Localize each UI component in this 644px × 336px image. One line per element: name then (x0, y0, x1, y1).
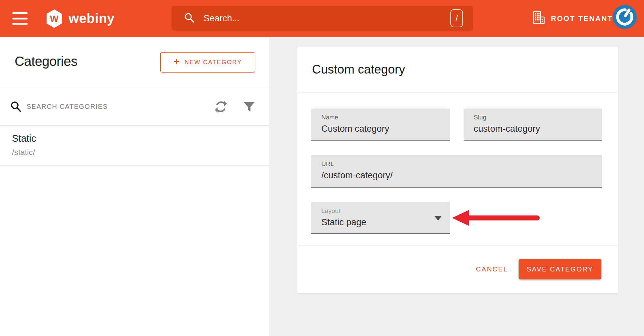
global-search-input[interactable] (204, 13, 450, 24)
new-category-button[interactable]: + NEW CATEGORY (160, 52, 255, 73)
url-label: URL (321, 160, 602, 168)
url-value: /custom-category/ (321, 170, 602, 181)
webiny-wordmark: webiny (69, 11, 115, 26)
user-avatar[interactable] (613, 5, 637, 29)
filter-funnel-icon (243, 100, 255, 114)
red-arrow-annotation (451, 209, 542, 228)
categories-panel: Categories + NEW CATEGORY (0, 37, 269, 336)
name-field[interactable]: Name Custom category (311, 108, 450, 141)
page-title: Categories (15, 54, 77, 69)
form-title: Custom category (312, 63, 405, 77)
form-title-row: Custom category (297, 47, 618, 93)
refresh-icon (214, 100, 228, 115)
categories-search-input[interactable] (27, 98, 200, 115)
chevron-down-icon (434, 216, 442, 221)
save-category-button[interactable]: SAVE CATEGORY (519, 259, 601, 279)
tenant-label: ROOT TENANT (551, 14, 613, 23)
layout-value: Static page (321, 217, 450, 228)
tenant-selector[interactable]: ROOT TENANT (527, 10, 613, 27)
name-label: Name (321, 114, 450, 121)
category-name: Static (12, 133, 36, 144)
name-value: Custom category (321, 124, 450, 134)
webiny-logo[interactable]: W webiny (47, 8, 115, 29)
category-form-card: Custom category Name Custom category Slu… (297, 47, 618, 293)
categories-search-row (0, 87, 269, 126)
gravatar-power-icon (613, 24, 637, 29)
content-area: Custom category Name Custom category Slu… (269, 37, 644, 336)
slug-label: Slug (474, 114, 602, 121)
category-url: /static/ (12, 148, 35, 157)
search-shortcut-badge: / (450, 9, 463, 27)
category-list-item-static[interactable]: Static /static/ (0, 126, 269, 166)
categories-header: Categories + NEW CATEGORY (0, 37, 269, 87)
filter-button[interactable] (242, 100, 256, 114)
building-icon (533, 11, 545, 26)
webiny-admin-screen: W webiny / (0, 0, 644, 336)
slug-value: custom-category (474, 124, 602, 134)
slug-field[interactable]: Slug custom-category (464, 108, 602, 141)
layout-label: Layout (321, 207, 450, 215)
layout-select[interactable]: Layout Static page (311, 202, 450, 234)
cancel-button[interactable]: CANCEL (476, 265, 508, 273)
global-search-bar[interactable]: / (172, 6, 473, 31)
hamburger-menu-button[interactable] (12, 12, 28, 25)
refresh-button[interactable] (214, 100, 228, 114)
search-icon (184, 12, 195, 25)
webiny-hexagon-icon: W (47, 9, 62, 28)
url-field[interactable]: URL /custom-category/ (311, 155, 602, 188)
form-footer: CANCEL SAVE CATEGORY (297, 245, 618, 293)
svg-text:W: W (50, 14, 59, 24)
hamburger-icon (12, 12, 28, 25)
search-icon (10, 101, 22, 114)
new-category-label: NEW CATEGORY (185, 59, 242, 66)
top-app-bar: W webiny / (0, 0, 644, 37)
plus-icon: + (174, 56, 180, 68)
